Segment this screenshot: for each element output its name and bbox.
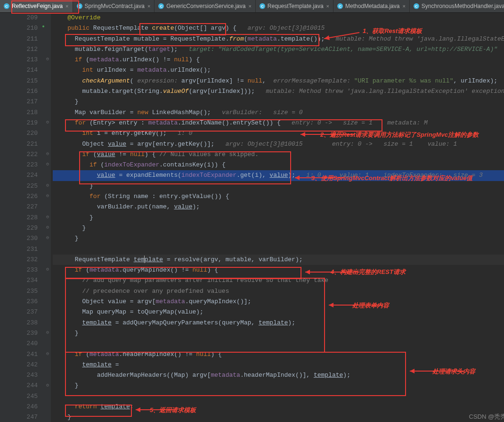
code-line-237[interactable]: Map queryMap = toQueryMap(value);	[53, 307, 504, 317]
fold-icon[interactable]: ⊖	[46, 224, 49, 230]
fold-icon[interactable]: ⊖	[46, 266, 49, 272]
fold-icon[interactable]: ⊖	[46, 182, 49, 188]
code-line-239[interactable]: }	[53, 328, 504, 339]
line-number[interactable]: 215	[0, 76, 38, 86]
close-icon[interactable]: ×	[326, 3, 329, 9]
code-line-244[interactable]: }	[53, 381, 504, 391]
line-number[interactable]: 225	[0, 181, 38, 191]
code-line-226[interactable]: for (String name : entry.getValue()) {	[53, 191, 504, 202]
line-number[interactable]: 245	[0, 391, 38, 402]
code-line-214[interactable]: int urlIndex = metadata.urlIndex();	[53, 65, 504, 75]
tab-RequestTemplate.java[interactable]: CRequestTemplate.java×	[256, 0, 333, 12]
code-line-219[interactable]: for (Entry> entry : metadata.indexToName…	[53, 118, 504, 128]
code-area[interactable]: @Override public RequestTemplate create(…	[51, 13, 504, 422]
code-line-235[interactable]: // precedence over any predefined values	[53, 286, 504, 297]
line-number[interactable]: 242	[0, 360, 38, 370]
line-number[interactable]: 210	[0, 23, 38, 33]
line-number[interactable]: 238	[0, 318, 38, 328]
code-line-225[interactable]: }	[53, 181, 504, 191]
code-line-236[interactable]: Object value = argv[metadata.queryMapInd…	[53, 297, 504, 307]
line-number[interactable]: 227	[0, 202, 38, 212]
fold-icon[interactable]: ⊖	[46, 382, 49, 388]
code-line-230[interactable]: }	[53, 233, 504, 244]
code-line-247[interactable]: }	[53, 412, 504, 422]
line-number[interactable]: 239	[0, 328, 38, 339]
line-number[interactable]: 221	[0, 139, 38, 149]
line-number[interactable]: 234	[0, 275, 38, 286]
line-number[interactable]: 217	[0, 97, 38, 107]
fold-icon[interactable]: ⊖	[46, 330, 49, 335]
fold-icon[interactable]: ⊖	[46, 351, 49, 356]
line-number[interactable]: 233	[0, 265, 38, 275]
code-line-241[interactable]: if (metadata.headerMapIndex() != null) {	[53, 349, 504, 360]
fold-icon[interactable]: ⊖	[46, 56, 49, 62]
code-line-212[interactable]: mutable.feignTarget(target); target: "Ha…	[53, 44, 504, 55]
close-icon[interactable]: ×	[248, 3, 251, 9]
line-number[interactable]: 228	[0, 213, 38, 223]
fold-icon[interactable]: ⊖	[46, 235, 49, 240]
code-line-210[interactable]: public RequestTemplate create(Object[] a…	[53, 23, 504, 33]
tab-SynchronousMethodHandler.java[interactable]: CSynchronousMethodHandler.java×	[410, 0, 504, 12]
code-line-246[interactable]: return template;	[53, 402, 504, 412]
fold-icon[interactable]: ⊖	[46, 119, 49, 125]
code-line-216[interactable]: mutable.target(String.valueOf(argv[urlIn…	[53, 86, 504, 97]
line-number[interactable]: 243	[0, 370, 38, 381]
class-icon: C	[260, 3, 265, 9]
code-line-245[interactable]	[53, 391, 504, 402]
tab-GenericConversionService.java[interactable]: CGenericConversionService.java×	[154, 0, 256, 12]
line-number[interactable]: 216	[0, 86, 38, 97]
fold-icon[interactable]: ⊖	[46, 151, 49, 157]
line-number[interactable]: 240	[0, 339, 38, 349]
tab-MethodMetadata.java[interactable]: CMethodMetadata.java×	[333, 0, 410, 12]
line-number[interactable]: 246	[0, 402, 38, 412]
line-number[interactable]: 236	[0, 297, 38, 307]
close-icon[interactable]: ×	[147, 3, 150, 9]
code-line-215[interactable]: checkArgument( expression: argv[urlIndex…	[53, 76, 504, 86]
code-line-223[interactable]: if (indexToExpander.containsKey(i)) {	[53, 160, 504, 170]
line-number[interactable]: 247	[0, 412, 38, 422]
line-number[interactable]: 220	[0, 128, 38, 139]
tab-SpringMvcContract.java[interactable]: CSpringMvcContract.java×	[73, 0, 155, 12]
fold-icon[interactable]: ⊖	[46, 161, 49, 167]
line-number[interactable]: 222	[0, 149, 38, 160]
line-number[interactable]: 213	[0, 55, 38, 65]
code-line-228[interactable]: }	[53, 213, 504, 223]
code-line-209[interactable]: @Override	[53, 13, 504, 23]
line-number[interactable]: 209	[0, 13, 38, 23]
line-number[interactable]: 235	[0, 286, 38, 297]
line-number[interactable]: 218	[0, 108, 38, 118]
close-icon[interactable]: ×	[402, 3, 405, 9]
code-line-222[interactable]: if (value != null) { // Null values are …	[53, 149, 504, 160]
code-line-213[interactable]: if (metadata.urlIndex() != null) {	[53, 55, 504, 65]
close-icon[interactable]: ×	[65, 3, 68, 9]
fold-icon[interactable]: ⊖	[46, 214, 49, 220]
line-number[interactable]: 237	[0, 307, 38, 317]
line-number[interactable]: 214	[0, 65, 38, 75]
line-number[interactable]: 229	[0, 223, 38, 233]
line-number[interactable]: 230	[0, 233, 38, 244]
line-number[interactable]: 212	[0, 44, 38, 55]
line-number[interactable]: 224	[0, 170, 38, 181]
line-number[interactable]: 226	[0, 191, 38, 202]
code-line-211[interactable]: RequestTemplate mutable = RequestTemplat…	[53, 34, 504, 44]
line-number[interactable]: 211	[0, 34, 38, 44]
code-line-229[interactable]: }	[53, 223, 504, 233]
fold-icon[interactable]: ⊖	[46, 193, 49, 199]
tab-ReflectiveFeign.java[interactable]: CReflectiveFeign.java×	[0, 0, 73, 12]
code-line-217[interactable]: }	[53, 97, 504, 107]
code-line-227[interactable]: varBuilder.put(name, value);	[53, 202, 504, 212]
line-number[interactable]: 231	[0, 244, 38, 255]
code-line-231[interactable]	[53, 244, 504, 255]
code-line-240[interactable]	[53, 339, 504, 349]
line-number[interactable]: 244	[0, 381, 38, 391]
line-number[interactable]: 223	[0, 160, 38, 170]
line-number[interactable]: 232	[0, 255, 38, 265]
code-line-238[interactable]: template = addQueryMapQueryParameters(qu…	[53, 318, 504, 328]
line-number[interactable]: 241	[0, 349, 38, 360]
code-line-233[interactable]: if (metadata.queryMapIndex() != null) {	[53, 265, 504, 275]
code-line-221[interactable]: Object value = argv[entry.getKey()]; arg…	[53, 139, 504, 149]
code-line-218[interactable]: Map varBuilder = new LinkedHashMap(); va…	[53, 108, 504, 118]
line-number[interactable]: 219	[0, 118, 38, 128]
code-line-232[interactable]: RequestTemplate template = resolve(argv,…	[53, 255, 504, 265]
code-line-234[interactable]: // add query map parameters after initia…	[53, 275, 504, 286]
